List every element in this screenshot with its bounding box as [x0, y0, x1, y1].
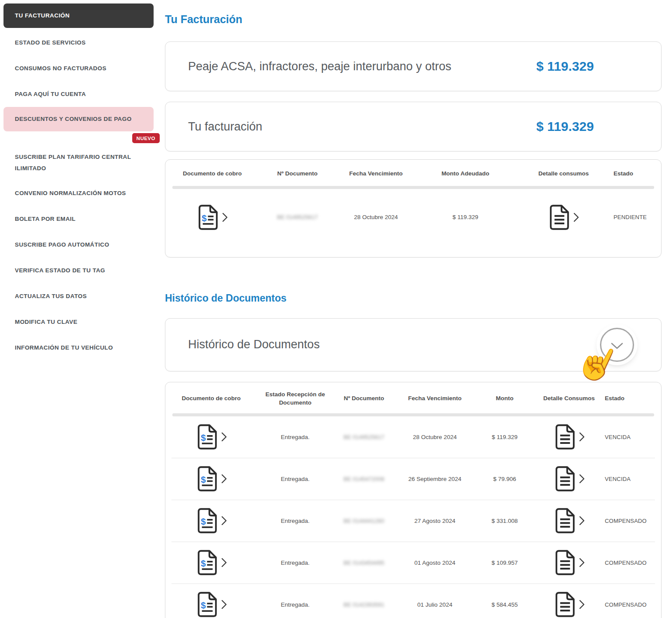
table-row: Entregada. BE 0149525617 28 Octubre 2024… [165, 416, 661, 458]
consumption-detail-link[interactable] [534, 424, 604, 450]
sidebar-item-label: DESCUENTOS Y CONVENIOS DE PAGO [15, 113, 132, 125]
chevron-right-icon [573, 213, 579, 222]
document-lines-icon [548, 204, 571, 230]
amount: $ 119.329 [475, 434, 534, 440]
sidebar-item-label: CONSUMOS NO FACTURADOS [15, 63, 106, 74]
column-header: Nº Documento [259, 168, 336, 179]
billing-document-link[interactable] [165, 204, 259, 230]
document-number-redacted: BE 0144441260 [343, 518, 384, 524]
sidebar-item-label: CONVENIO NORMALIZACIÓN MOTOS [15, 188, 126, 199]
nuevo-badge-row: NUEVO [3, 133, 160, 145]
sidebar-item-tu-facturacion[interactable]: TU FACTURACIÓN [3, 3, 154, 28]
chevron-right-icon [221, 516, 227, 525]
document-number-redacted: BE 0149525617 [343, 434, 384, 440]
status-badge: COMPENSADO [604, 560, 661, 566]
summary-card-label: Tu facturación [188, 120, 495, 134]
chevron-right-icon [221, 474, 227, 484]
document-number-redacted: BE 0149525617 [277, 214, 318, 220]
sidebar-item-label: VERIFICA ESTADO DE TU TAG [15, 265, 105, 276]
sidebar-item-informacion-vehiculo[interactable]: INFORMACIÓN DE TU VEHÍCULO [3, 335, 154, 360]
table-row: Entregada. BE 0143454495 01 Agosto 2024 … [165, 542, 661, 584]
amount: $ 331.008 [475, 518, 534, 524]
table-row: Entregada. BE 0142393591 01 Julio 2024 $… [165, 584, 661, 618]
due-date: 28 Octubre 2024 [336, 214, 416, 220]
amount: $ 109.957 [475, 560, 534, 566]
chevron-right-icon [221, 558, 227, 567]
consumption-detail-link[interactable] [534, 591, 604, 618]
consumption-detail-link[interactable] [514, 204, 613, 230]
document-lines-icon [554, 466, 576, 492]
document-dollar-icon [196, 591, 219, 618]
billing-document-link[interactable] [165, 466, 257, 492]
document-number-redacted: BE 0143454495 [343, 560, 384, 566]
summary-card-peaje: Peaje ACSA, infractores, peaje interurba… [165, 41, 662, 91]
due-date: 27 Agosto 2024 [394, 518, 475, 524]
reception-status: Entregada. [257, 560, 333, 566]
due-date: 26 Septiembre 2024 [394, 476, 475, 482]
consumption-detail-link[interactable] [534, 508, 604, 534]
sidebar-item-suscribe-plan-tarifario[interactable]: SUSCRIBE PLAN TARIFARIO CENTRAL ILIMITAD… [3, 145, 154, 180]
column-header: Documento de cobro [165, 393, 257, 404]
sidebar-item-estado-de-servicios[interactable]: ESTADO DE SERVICIOS [3, 30, 154, 55]
chevron-right-icon [579, 516, 585, 525]
sidebar-item-actualiza-tus-datos[interactable]: ACTUALIZA TUS DATOS [3, 283, 154, 309]
document-dollar-icon [196, 549, 219, 576]
status-badge: COMPENSADO [604, 601, 661, 608]
document-dollar-icon [197, 204, 219, 230]
column-header: Monto Adeudado [416, 168, 514, 179]
sidebar-item-modifica-tu-clave[interactable]: MODIFICA TU CLAVE [3, 309, 154, 335]
sidebar-item-label: TU FACTURACIÓN [15, 10, 70, 21]
consumption-detail-link[interactable] [534, 549, 604, 576]
amount: $ 584.455 [475, 601, 534, 608]
billing-document-link[interactable] [165, 508, 257, 534]
column-header: Detalle Consumos [534, 393, 604, 404]
history-panel-header[interactable]: Histórico de Documentos ☝ [165, 318, 662, 371]
sidebar-item-label: ESTADO DE SERVICIOS [15, 37, 86, 48]
summary-card-label: Peaje ACSA, infractores, peaje interurba… [188, 60, 495, 73]
column-header: Estado [604, 393, 661, 404]
reception-status: Entregada. [257, 601, 333, 608]
document-lines-icon [554, 424, 576, 450]
billing-document-link[interactable] [165, 549, 257, 576]
sidebar-item-suscribe-pago-automatico[interactable]: SUSCRIBE PAGO AUTOMÁTICO [3, 232, 154, 258]
sidebar-item-label: BOLETA POR EMAIL [15, 213, 75, 225]
expand-history-button[interactable] [600, 328, 634, 362]
sidebar-item-label: SUSCRIBE PAGO AUTOMÁTICO [15, 239, 109, 251]
chevron-right-icon [579, 600, 585, 609]
sidebar-item-verifica-estado-tag[interactable]: VERIFICA ESTADO DE TU TAG [3, 258, 154, 283]
document-dollar-icon [196, 466, 219, 492]
table-row: Entregada. BE 0144441260 27 Agosto 2024 … [165, 500, 661, 542]
document-number-redacted: BE 0145472008 [343, 476, 384, 482]
chevron-right-icon [221, 600, 227, 609]
column-header: Fecha Vencimiento [336, 168, 416, 179]
sidebar-item-paga-aqui-tu-cuenta[interactable]: PAGA AQUÍ TU CUENTA [3, 81, 154, 107]
column-header: Fecha Vencimiento [394, 393, 475, 404]
column-header: Monto [475, 393, 534, 404]
chevron-right-icon [579, 474, 585, 484]
sidebar-item-boleta-por-email[interactable]: BOLETA POR EMAIL [3, 206, 154, 232]
history-section-title: Histórico de Documentos [165, 292, 662, 304]
due-date: 01 Julio 2024 [394, 601, 475, 608]
reception-status: Entregada. [257, 434, 333, 440]
billing-document-link[interactable] [165, 424, 257, 450]
status-badge: VENCIDA [604, 434, 661, 440]
summary-card-facturacion: Tu facturación $ 119.329 [165, 102, 662, 151]
consumption-detail-link[interactable] [534, 466, 604, 492]
main-content: Tu Facturación Peaje ACSA, infractores, … [157, 0, 672, 618]
table-divider [172, 413, 654, 416]
history-table-card: Documento de cobro Estado Recepción de D… [165, 382, 662, 618]
sidebar-item-label: ACTUALIZA TUS DATOS [15, 291, 87, 302]
billing-page: TU FACTURACIÓN ESTADO DE SERVICIOS CONSU… [0, 0, 672, 618]
document-lines-icon [554, 549, 576, 576]
sidebar-item-consumos-no-facturados[interactable]: CONSUMOS NO FACTURADOS [3, 55, 154, 81]
billing-table-card: Documento de cobro Nº Documento Fecha Ve… [165, 159, 662, 258]
sidebar-item-convenio-normalizacion-motos[interactable]: CONVENIO NORMALIZACIÓN MOTOS [3, 180, 154, 206]
sidebar: TU FACTURACIÓN ESTADO DE SERVICIOS CONSU… [0, 0, 157, 618]
column-header: Documento de cobro [165, 168, 259, 179]
sidebar-item-descuentos-convenios[interactable]: DESCUENTOS Y CONVENIOS DE PAGO [3, 107, 154, 131]
billing-document-link[interactable] [165, 591, 257, 618]
sidebar-item-label: INFORMACIÓN DE TU VEHÍCULO [15, 342, 113, 354]
history-table-header: Documento de cobro Estado Recepción de D… [165, 389, 661, 408]
history-panel-title: Histórico de Documentos [188, 338, 661, 351]
status-badge: PENDIENTE [613, 214, 661, 220]
